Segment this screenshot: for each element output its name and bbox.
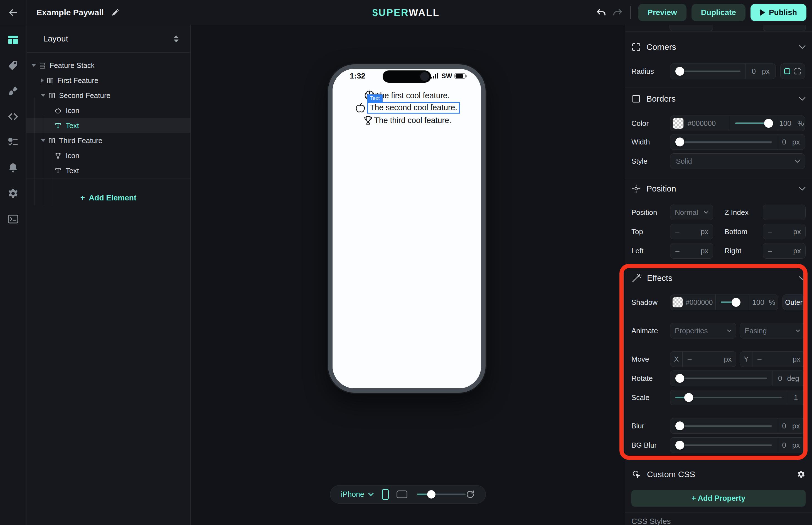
portrait-mode-button[interactable] <box>382 489 389 500</box>
corner-mode-toggle[interactable] <box>780 63 805 79</box>
caret-open-icon[interactable] <box>41 139 45 142</box>
chevron-down-icon[interactable] <box>799 276 806 280</box>
color-hex-value[interactable]: #000000 <box>688 119 716 128</box>
iphone-frame: 1:32 SW The first cool feature. <box>328 64 486 393</box>
preview-button[interactable]: Preview <box>638 4 687 21</box>
shadow-hex-value[interactable]: #000000 <box>686 298 713 306</box>
move-x-input[interactable]: X – px <box>670 351 736 367</box>
opacity-slider[interactable] <box>730 116 778 131</box>
caret-open-icon[interactable] <box>41 94 45 97</box>
rail-products[interactable] <box>0 52 27 78</box>
rotate-value[interactable]: 0deg <box>772 371 805 386</box>
caret-closed-icon[interactable] <box>41 78 44 83</box>
edit-title-button[interactable] <box>111 8 119 17</box>
feature-row-2[interactable]: Text The second cool feature. <box>333 101 481 115</box>
chevron-down-icon[interactable] <box>368 493 374 496</box>
tag-icon <box>7 60 19 71</box>
uniform-radius-icon[interactable] <box>784 68 790 74</box>
add-element-button[interactable]: + Add Element <box>27 184 190 212</box>
feature-row-3[interactable]: The third cool feature. <box>333 114 481 126</box>
slider-knob[interactable] <box>684 393 693 402</box>
chevron-down-icon[interactable] <box>799 97 806 101</box>
color-swatch[interactable] <box>673 118 684 129</box>
width-value[interactable]: 0px <box>777 134 805 149</box>
scale-slider[interactable] <box>670 390 787 405</box>
tree-item-third-feature[interactable]: Third Feature <box>27 133 190 148</box>
rail-console[interactable] <box>0 206 27 232</box>
rail-layout[interactable] <box>0 27 27 52</box>
rail-checklist[interactable] <box>0 130 27 155</box>
caret-open-icon[interactable] <box>31 64 36 67</box>
shadow-color-swatch[interactable] <box>672 297 683 308</box>
tree-item-first-feature[interactable]: First Feature <box>27 73 190 88</box>
device-select[interactable]: iPhone <box>341 490 364 499</box>
rail-code[interactable] <box>0 104 27 130</box>
tree-item-text-selected[interactable]: Text <box>27 118 190 133</box>
right-input[interactable]: –px <box>763 243 806 259</box>
selected-element-outline[interactable]: Text The second cool feature. <box>367 102 460 114</box>
sort-icon[interactable] <box>174 35 179 42</box>
slider-knob[interactable] <box>675 374 684 383</box>
chevron-down-icon[interactable] <box>799 187 806 191</box>
tree-item-second-feature[interactable]: Second Feature <box>27 88 190 103</box>
bg-blur-slider[interactable] <box>670 438 777 453</box>
top-input[interactable]: –px <box>670 224 713 239</box>
iphone-screen: 1:32 SW The first cool feature. <box>333 69 481 388</box>
tree-item-icon[interactable]: Icon <box>27 148 190 163</box>
duplicate-button[interactable]: Duplicate <box>691 4 746 21</box>
tree-item-text[interactable]: Text <box>27 163 190 178</box>
slider-knob[interactable] <box>764 119 773 128</box>
radius-value[interactable]: 0px <box>746 64 776 79</box>
slider-knob[interactable] <box>675 67 684 76</box>
radius-row: Radius 0px <box>631 63 806 79</box>
shadow-opacity-slider[interactable] <box>716 295 749 310</box>
animate-easing-dropdown[interactable]: Easing <box>740 323 805 339</box>
slider-knob[interactable] <box>675 421 684 430</box>
opacity-value[interactable]: 100% <box>778 116 805 131</box>
landscape-mode-button[interactable] <box>397 491 408 498</box>
blur-slider[interactable] <box>670 418 777 433</box>
slider-knob[interactable] <box>427 490 435 498</box>
radius-slider[interactable] <box>670 64 746 79</box>
add-property-button[interactable]: + Add Property <box>631 490 806 507</box>
rail-settings[interactable] <box>0 181 27 206</box>
zindex-label: Z Index <box>725 208 763 217</box>
columns-icon <box>48 137 56 145</box>
css-settings-button[interactable] <box>797 470 806 479</box>
bg-blur-value[interactable]: 0px <box>777 438 805 453</box>
publish-button[interactable]: Publish <box>751 4 807 21</box>
rotate-label: Rotate <box>631 374 670 383</box>
rail-theme[interactable] <box>0 78 27 104</box>
border-style-dropdown[interactable]: Solid <box>670 153 805 169</box>
animate-properties-dropdown[interactable]: Properties <box>670 323 736 339</box>
slider-knob[interactable] <box>732 298 740 307</box>
chevron-down-icon[interactable] <box>799 45 806 49</box>
zindex-input[interactable] <box>763 205 806 220</box>
move-y-input[interactable]: Y – px <box>740 351 805 367</box>
scale-value[interactable]: 1 <box>787 390 805 405</box>
rail-notifications[interactable] <box>0 155 27 181</box>
feature-row-1[interactable]: The first cool feature. <box>333 89 481 102</box>
shadow-mode-button[interactable]: Outer <box>782 295 805 310</box>
gear-icon <box>797 470 806 479</box>
back-button[interactable] <box>0 0 27 25</box>
zoom-slider[interactable] <box>417 490 465 498</box>
left-input[interactable]: –px <box>670 243 713 259</box>
slider-knob[interactable] <box>675 137 684 147</box>
blur-value[interactable]: 0px <box>777 418 805 433</box>
refresh-button[interactable] <box>465 490 475 499</box>
redo-button[interactable] <box>612 7 623 18</box>
position-dropdown[interactable]: Normal <box>670 205 713 220</box>
slider-knob[interactable] <box>675 441 684 450</box>
rotate-slider[interactable] <box>670 371 772 386</box>
bottom-input[interactable]: –px <box>763 224 806 239</box>
position-icon <box>631 184 641 193</box>
individual-corners-icon[interactable] <box>794 68 801 75</box>
undo-button[interactable] <box>596 7 607 18</box>
shadow-opacity-value[interactable]: 100% <box>749 295 778 310</box>
width-slider[interactable] <box>670 134 777 149</box>
tree-item-icon[interactable]: Icon <box>27 103 190 118</box>
tree-item-feature-stack[interactable]: Feature Stack <box>27 58 190 73</box>
blur-control: 0px <box>670 418 805 434</box>
status-time: 1:32 <box>350 72 365 80</box>
